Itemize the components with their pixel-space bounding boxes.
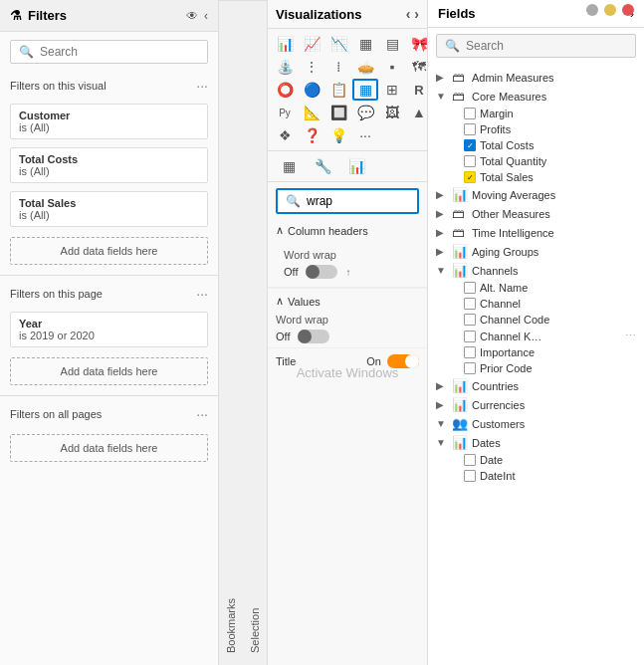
tree-item-total-sales[interactable]: Total Sales	[428, 169, 644, 185]
col-word-wrap-toggle[interactable]	[306, 265, 337, 279]
filters-visual-menu[interactable]: ···	[196, 78, 208, 94]
viz-pie-icon[interactable]: 🥧	[352, 56, 378, 78]
viz-map-icon[interactable]: 🗺	[406, 56, 427, 78]
viz-bar-chart-icon[interactable]: 📊	[272, 33, 298, 55]
values-chevron-icon[interactable]: ∧	[276, 295, 284, 308]
total-sales-checkbox[interactable]	[464, 171, 476, 183]
importance-checkbox[interactable]	[464, 346, 476, 358]
title-toggle[interactable]	[387, 354, 419, 368]
filters-search-input[interactable]	[40, 45, 199, 59]
viz-card-icon[interactable]: 📋	[325, 79, 351, 101]
viz-smart-icon[interactable]: 💡	[325, 124, 351, 146]
filters-all-pages-menu[interactable]: ···	[196, 406, 208, 422]
viz-area-chart-icon[interactable]: ▦	[352, 33, 378, 55]
tree-item-channel-k[interactable]: Channel K… ⋯	[428, 328, 644, 344]
viz-gauge-icon[interactable]: 🔵	[299, 79, 324, 101]
total-costs-filter-card[interactable]: Total Costs is (All)	[10, 147, 208, 183]
tree-item-admin-measures[interactable]: ▶ 🗃 Admin Measures	[428, 68, 644, 87]
viz-search-input[interactable]	[307, 194, 409, 208]
viz-prev-icon[interactable]: ‹	[406, 6, 411, 22]
total-costs-checkbox[interactable]	[464, 139, 476, 151]
profits-checkbox[interactable]	[464, 123, 476, 135]
viz-line-chart-icon[interactable]: 📉	[325, 33, 351, 55]
tree-item-total-quantity[interactable]: Total Quantity	[428, 153, 644, 169]
viz-r-visual-icon[interactable]: R	[406, 79, 427, 101]
tree-item-margin[interactable]: Margin	[428, 106, 644, 121]
tree-item-profits[interactable]: Profits	[428, 121, 644, 137]
viz-decomp-icon[interactable]: ❖	[272, 124, 298, 146]
fields-search-box[interactable]: 🔍	[436, 34, 636, 58]
window-minimize-btn[interactable]	[586, 4, 598, 16]
viz-slicer-icon[interactable]: 🔲	[325, 102, 351, 123]
viz-image-icon[interactable]: 🖼	[379, 102, 405, 123]
tree-item-customers[interactable]: ▼ 👥 Customers	[428, 414, 644, 433]
collapse-icon[interactable]: ‹	[204, 9, 208, 23]
tree-item-countries[interactable]: ▶ 📊 Countries	[428, 376, 644, 395]
viz-funnel-icon[interactable]: ⋮	[299, 56, 324, 78]
year-filter-card[interactable]: Year is 2019 or 2020	[10, 312, 208, 347]
viz-stacked-bar-icon[interactable]: ▤	[379, 33, 405, 55]
viz-text-icon[interactable]: 💬	[352, 102, 378, 123]
add-data-fields-all-pages-btn[interactable]: Add data fields here	[10, 434, 208, 462]
viz-content: Visualizations ‹ › 📊 📈 📉 ▦ ▤ 🎀 ⛲ ⋮ ⁞ 🥧 ▪…	[268, 0, 427, 665]
total-quantity-checkbox[interactable]	[464, 155, 476, 167]
customer-filter-card[interactable]: Customer is (All)	[10, 104, 208, 139]
viz-column-chart-icon[interactable]: 📈	[299, 33, 324, 55]
tree-item-moving-averages[interactable]: ▶ 📊 Moving Averages	[428, 185, 644, 204]
viz-next-icon[interactable]: ›	[414, 6, 419, 22]
total-sales-filter-card[interactable]: Total Sales is (All)	[10, 191, 208, 227]
selection-tab[interactable]: Selection	[243, 0, 267, 665]
eye-icon[interactable]: 👁	[186, 9, 198, 23]
bookmarks-tab[interactable]: Bookmarks	[219, 0, 243, 665]
core-table-icon: 🗃	[452, 89, 468, 104]
viz-format-table-icon[interactable]: ▦	[276, 155, 302, 177]
tree-item-date[interactable]: Date	[428, 452, 644, 468]
viz-treemap-icon[interactable]: ▪	[379, 56, 405, 78]
window-close-btn[interactable]	[622, 4, 634, 16]
viz-python-icon[interactable]: Py	[272, 102, 298, 123]
tree-item-alt-name[interactable]: Alt. Name	[428, 280, 644, 296]
tree-item-total-costs[interactable]: Total Costs	[428, 137, 644, 153]
viz-shapes-icon[interactable]: ▲	[406, 102, 427, 123]
viz-kpi-icon[interactable]: 📐	[299, 102, 324, 123]
tree-item-dateint[interactable]: DateInt	[428, 468, 644, 484]
values-word-wrap-toggle[interactable]	[298, 330, 329, 343]
viz-waterfall-icon[interactable]: ⛲	[272, 56, 298, 78]
viz-analytics-icon[interactable]: 📊	[343, 155, 369, 177]
prior-code-checkbox[interactable]	[464, 362, 476, 374]
tree-item-time-intelligence[interactable]: ▶ 🗃 Time Intelligence	[428, 223, 644, 242]
tree-item-channels[interactable]: ▼ 📊 Channels	[428, 261, 644, 280]
tree-item-dates[interactable]: ▼ 📊 Dates	[428, 433, 644, 452]
viz-more-icon[interactable]: ···	[352, 124, 378, 146]
dateint-checkbox[interactable]	[464, 470, 476, 482]
viz-search-box[interactable]: 🔍	[276, 188, 419, 214]
chevron-down-icon[interactable]: ∧	[276, 224, 284, 237]
window-maximize-btn[interactable]	[604, 4, 616, 16]
viz-format-icon2[interactable]: 🔧	[310, 155, 335, 177]
add-data-fields-visual-btn[interactable]: Add data fields here	[10, 237, 208, 265]
margin-checkbox[interactable]	[464, 108, 476, 119]
viz-table-icon[interactable]: ▦	[352, 79, 378, 101]
tree-item-currencies[interactable]: ▶ 📊 Currencies	[428, 395, 644, 414]
add-data-fields-page-btn[interactable]: Add data fields here	[10, 357, 208, 385]
tree-item-importance[interactable]: Importance	[428, 344, 644, 360]
viz-scatter-icon[interactable]: ⁞	[325, 56, 351, 78]
fields-search-input[interactable]	[466, 39, 627, 53]
tree-item-core-measures[interactable]: ▼ 🗃 Core Measures	[428, 87, 644, 106]
alt-name-checkbox[interactable]	[464, 282, 476, 294]
tree-item-other-measures[interactable]: ▶ 🗃 Other Measures	[428, 204, 644, 223]
viz-qna-icon[interactable]: ❓	[299, 124, 324, 146]
tree-item-channel[interactable]: Channel	[428, 296, 644, 312]
viz-ribbon-icon[interactable]: 🎀	[406, 33, 427, 55]
filters-search-box[interactable]: 🔍	[10, 40, 208, 64]
viz-matrix-icon[interactable]: ⊞	[379, 79, 405, 101]
date-checkbox[interactable]	[464, 454, 476, 466]
tree-item-aging-groups[interactable]: ▶ 📊 Aging Groups	[428, 242, 644, 261]
channel-code-checkbox[interactable]	[464, 314, 476, 326]
channel-k-checkbox[interactable]	[464, 331, 476, 342]
tree-item-prior-code[interactable]: Prior Code	[428, 360, 644, 376]
filters-page-menu[interactable]: ···	[196, 286, 208, 302]
viz-donut-icon[interactable]: ⭕	[272, 79, 298, 101]
channel-checkbox[interactable]	[464, 298, 476, 310]
tree-item-channel-code[interactable]: Channel Code	[428, 312, 644, 328]
